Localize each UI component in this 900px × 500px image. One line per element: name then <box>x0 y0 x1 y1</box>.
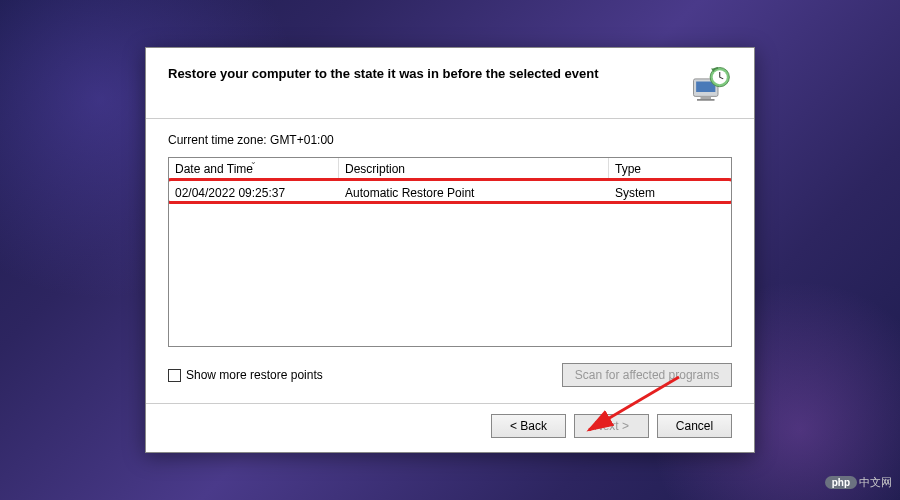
svg-rect-3 <box>697 99 715 101</box>
column-header-datetime[interactable]: ⌄ Date and Time <box>169 158 339 180</box>
column-header-type[interactable]: Type <box>609 158 731 180</box>
checkbox-icon <box>168 369 181 382</box>
show-more-checkbox[interactable]: Show more restore points <box>168 368 323 382</box>
system-restore-icon <box>690 66 732 104</box>
column-label: Date and Time <box>175 162 253 176</box>
dialog-footer-buttons: < Back Next > Cancel <box>146 404 754 452</box>
sort-indicator-icon: ⌄ <box>250 157 257 166</box>
dialog-body: Current time zone: GMT+01:00 ⌄ Date and … <box>146 119 754 353</box>
watermark-badge: php <box>825 476 857 489</box>
system-restore-dialog: Restore your computer to the state it wa… <box>145 47 755 453</box>
checkbox-label: Show more restore points <box>186 368 323 382</box>
svg-rect-2 <box>701 96 712 99</box>
dialog-header: Restore your computer to the state it wa… <box>146 48 754 118</box>
cancel-button[interactable]: Cancel <box>657 414 732 438</box>
cell-description: Automatic Restore Point <box>339 181 609 205</box>
scan-affected-button[interactable]: Scan for affected programs <box>562 363 732 387</box>
options-row: Show more restore points Scan for affect… <box>146 353 754 403</box>
next-button[interactable]: Next > <box>574 414 649 438</box>
dialog-heading: Restore your computer to the state it wa… <box>168 66 599 81</box>
table-row[interactable]: 02/04/2022 09:25:37 Automatic Restore Po… <box>169 181 731 205</box>
back-button[interactable]: < Back <box>491 414 566 438</box>
timezone-label: Current time zone: GMT+01:00 <box>168 133 732 147</box>
restore-points-table[interactable]: ⌄ Date and Time Description Type 02/04/2… <box>168 157 732 347</box>
column-header-description[interactable]: Description <box>339 158 609 180</box>
watermark: php 中文网 <box>825 475 892 490</box>
watermark-text: 中文网 <box>859 475 892 490</box>
cell-type: System <box>609 181 731 205</box>
cell-datetime: 02/04/2022 09:25:37 <box>169 181 339 205</box>
table-header-row: ⌄ Date and Time Description Type <box>169 158 731 181</box>
